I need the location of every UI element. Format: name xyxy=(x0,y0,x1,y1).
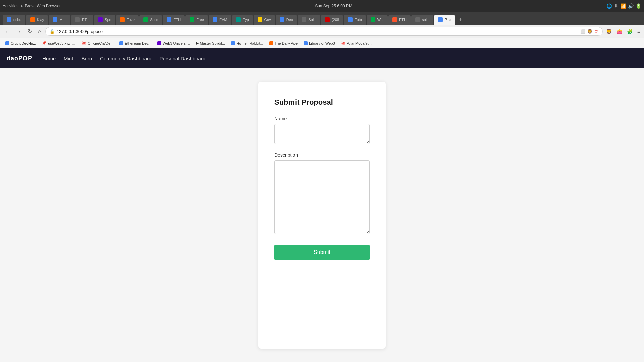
tab-eth2[interactable]: ETH xyxy=(163,15,185,25)
tab-favicon-p xyxy=(438,17,443,22)
datetime-label: Sun Sep 25 6:00 PM xyxy=(315,4,352,8)
tab-eth1[interactable]: ETH xyxy=(71,15,93,25)
tab-label-wat: Wat xyxy=(377,18,384,22)
tab-label-dcbu: dcbu xyxy=(13,18,21,22)
url-bar-wrapper: 🔒 ⬜ 🦁 🛡 xyxy=(45,27,603,36)
tab-wat[interactable]: Wat xyxy=(367,15,388,25)
title-bar-right: 🌐 ⬇ 📶 🔊 🔋 xyxy=(606,3,641,9)
tab-tuto[interactable]: Tuto xyxy=(344,15,366,25)
name-textarea[interactable] xyxy=(274,124,370,144)
tab-label-fuzz: Fuzz xyxy=(127,18,135,22)
tab-solic2[interactable]: Solic xyxy=(298,15,320,25)
bookmark-icon-master-solidit: ▶ xyxy=(196,41,199,45)
tab-eth3[interactable]: ETH xyxy=(388,15,411,25)
tab-dcbu[interactable]: dcbu xyxy=(3,15,25,25)
new-tab-button[interactable]: + xyxy=(456,15,465,25)
nav-bar: ← → ↻ ⌂ 🔒 ⬜ 🦁 🛡 🦁 👛 🧩 ≡ xyxy=(0,25,644,38)
tab-favicon-tuto xyxy=(348,17,353,22)
tab-label-moc: Moc xyxy=(59,18,66,22)
tab-close-p[interactable]: × xyxy=(449,18,451,22)
bookmark-library-web3[interactable]: Library of Web3 xyxy=(301,41,337,46)
bookmark-daily-ape[interactable]: The Daily Ape xyxy=(267,41,300,46)
bookmark-useweb3[interactable]: 📌 useWeb3.xyz -... xyxy=(39,40,78,46)
description-label: Description xyxy=(274,152,370,158)
bookmark-officiercia[interactable]: 🐙 OfficierCia/De... xyxy=(79,40,116,46)
tab-dec[interactable]: Dec xyxy=(276,15,297,25)
open-icon: ⬜ xyxy=(580,29,585,34)
tab-typ[interactable]: Typ xyxy=(232,15,253,25)
wallet-button[interactable]: 👛 xyxy=(615,27,624,36)
back-button[interactable]: ← xyxy=(3,27,12,36)
tab-fuzz[interactable]: Fuzz xyxy=(116,15,139,25)
browser-name-label: ● xyxy=(20,4,23,8)
tab-label-free: Free xyxy=(196,18,204,22)
tab-moc[interactable]: Moc xyxy=(49,15,70,25)
bookmark-favicon-library-web3 xyxy=(304,41,308,45)
bookmark-web3-uni[interactable]: Web3 Universi... xyxy=(155,41,193,46)
bookmark-label-web3-uni: Web3 Universi... xyxy=(163,41,190,45)
tab-label-tuto: Tuto xyxy=(355,18,362,22)
tab-bar: dcbu Klay Moc ETH Spe Fuzz Solic ETH xyxy=(0,12,644,25)
tab-label-208: (208 xyxy=(332,18,339,22)
nav-link-burn[interactable]: Burn xyxy=(81,54,92,63)
tab-label-eth2: ETH xyxy=(173,18,181,22)
bookmark-favicon-web3-uni xyxy=(157,41,161,45)
bookmark-allanm007[interactable]: 🐙 AllanM007/et... xyxy=(338,40,374,46)
bookmark-label-officiercia: OfficierCia/De... xyxy=(88,41,113,45)
menu-button[interactable]: ≡ xyxy=(636,27,641,36)
network-icon: 🌐 xyxy=(606,3,612,9)
tab-p-active[interactable]: P × xyxy=(434,15,455,25)
tab-favicon-solic3 xyxy=(415,17,420,22)
tab-label-spe: Spe xyxy=(105,18,111,22)
tab-solic1[interactable]: Solic xyxy=(139,15,162,25)
wifi-icon: 📶 xyxy=(620,3,626,9)
tab-spe[interactable]: Spe xyxy=(94,15,115,25)
activities-label[interactable]: Activities xyxy=(3,4,18,8)
extensions-button[interactable]: 🧩 xyxy=(626,27,634,36)
tab-favicon-spe xyxy=(98,17,103,22)
page-content: Submit Proposal Name Description Submit xyxy=(0,68,644,362)
nav-link-community-dashboard[interactable]: Community Dashboard xyxy=(100,54,151,63)
tab-klay[interactable]: Klay xyxy=(26,15,48,25)
description-textarea[interactable] xyxy=(274,160,370,234)
form-card: Submit Proposal Name Description Submit xyxy=(258,82,386,349)
submit-button[interactable]: Submit xyxy=(274,245,370,260)
home-button[interactable]: ⌂ xyxy=(36,27,43,36)
reload-button[interactable]: ↻ xyxy=(25,27,34,36)
bookmark-master-solidit[interactable]: ▶ Master Solidit... xyxy=(193,40,228,46)
brave-icon: 🦁 xyxy=(587,29,592,34)
tab-favicon-solic2 xyxy=(302,17,306,22)
tab-208[interactable]: (208 xyxy=(321,15,343,25)
tab-label-solic1: Solic xyxy=(150,18,158,22)
tab-evm[interactable]: EVM xyxy=(209,15,231,25)
tab-favicon-208 xyxy=(325,17,330,22)
bookmark-label-master-solidit: Master Solidit... xyxy=(200,41,225,45)
tab-gov[interactable]: Gov xyxy=(254,15,275,25)
tab-favicon-eth2 xyxy=(167,17,171,22)
tab-favicon-eth1 xyxy=(75,17,80,22)
bookmark-label-daily-ape: The Daily Ape xyxy=(275,41,298,45)
tab-label-klay: Klay xyxy=(37,18,44,22)
nav-link-mint[interactable]: Mint xyxy=(64,54,73,63)
tab-label-evm: EVM xyxy=(219,18,227,22)
app-brand: daoPOP xyxy=(7,55,32,62)
bookmark-label-library-web3: Library of Web3 xyxy=(309,41,335,45)
url-input[interactable] xyxy=(57,29,578,34)
bookmark-ethereum-dev[interactable]: Ethereum Dev... xyxy=(117,41,154,46)
form-title: Submit Proposal xyxy=(274,98,370,107)
tab-favicon-typ xyxy=(236,17,241,22)
title-bar-left: Activities ● Brave Web Browser xyxy=(3,4,61,8)
tab-free[interactable]: Free xyxy=(185,15,208,25)
description-form-group: Description xyxy=(274,152,370,235)
forward-button[interactable]: → xyxy=(14,27,23,36)
brave-rewards-button[interactable]: 🦁 xyxy=(605,27,613,36)
bookmark-icon-officiercia: 🐙 xyxy=(82,41,86,45)
bookmark-cryptodevhu[interactable]: CryptoDevHu... xyxy=(3,41,39,46)
nav-link-home[interactable]: Home xyxy=(42,54,56,63)
bookmark-home-rabbit[interactable]: Home | Rabbit... xyxy=(228,41,266,46)
tab-favicon-solic1 xyxy=(143,17,148,22)
title-bar-center: Sun Sep 25 6:00 PM xyxy=(63,4,604,8)
bookmark-label-useweb3: useWeb3.xyz -... xyxy=(48,41,75,45)
nav-link-personal-dashboard[interactable]: Personal Dashboard xyxy=(159,54,205,63)
tab-solic3[interactable]: solic xyxy=(411,15,433,25)
